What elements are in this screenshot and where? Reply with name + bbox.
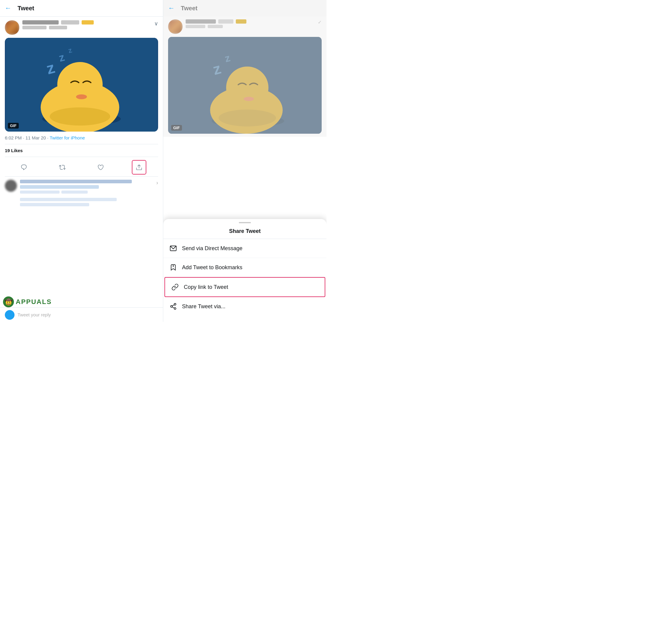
left-tweet-area: ∨ z z: [0, 17, 163, 322]
svg-point-20: [170, 305, 172, 307]
svg-point-14: [244, 97, 254, 101]
left-panel: ← Tweet: [0, 0, 163, 322]
bookmark-label: Add Tweet to Bookmarks: [182, 264, 242, 271]
comment-chevron: ›: [156, 180, 158, 186]
sheet-item-bookmark[interactable]: Add Tweet to Bookmarks: [163, 258, 326, 277]
right-user-info: [186, 19, 318, 28]
back-button-right[interactable]: ←: [168, 4, 175, 12]
timestamp: 6:02 PM · 11 Mar 20 · Twitter for iPhone: [5, 135, 158, 140]
left-header: ← Tweet: [0, 0, 163, 17]
user-row: ∨: [5, 20, 158, 35]
retweet-icon: [59, 164, 66, 170]
right-avatar: [168, 19, 183, 34]
svg-line-23: [172, 305, 174, 306]
bookmark-icon: [169, 263, 177, 271]
comment-row-1: ›: [5, 180, 158, 196]
svg-point-5: [76, 94, 87, 99]
share-via-label: Share Tweet via...: [182, 303, 225, 310]
sheet-item-copy-link[interactable]: Copy link to Tweet: [165, 277, 325, 297]
watermark-text: APPUALS: [16, 298, 52, 306]
right-user-row: ✓: [168, 19, 322, 34]
chevron-down-icon[interactable]: ∨: [154, 20, 158, 27]
envelope-icon: [169, 245, 177, 252]
sheet-title: Share Tweet: [163, 225, 326, 239]
sheet-item-direct-message[interactable]: Send via Direct Message: [163, 239, 326, 258]
svg-point-12: [226, 67, 268, 109]
avatar: [5, 20, 19, 35]
svg-point-13: [219, 110, 276, 127]
direct-message-label: Send via Direct Message: [182, 245, 242, 252]
right-panel: ← Tweet: [163, 0, 326, 322]
subtext-blur2: [49, 26, 67, 29]
right-page-title: Tweet: [181, 5, 197, 12]
svg-point-19: [174, 303, 176, 305]
duck-svg: z z z: [5, 38, 158, 132]
likes-count: 19: [5, 148, 10, 153]
gif-image: z z z GIF: [5, 38, 158, 132]
right-gif: z z GIF: [168, 37, 322, 134]
right-tweet-dimmed: ✓ z z GIF: [163, 16, 326, 137]
emoji-blur: [82, 20, 94, 24]
right-chevron: ✓: [318, 19, 322, 25]
share-button[interactable]: [132, 161, 146, 174]
share-sheet: Share Tweet Send via Direct Message Add …: [163, 219, 326, 322]
watermark: 🤠 APPUALS: [3, 296, 52, 307]
right-header: ← Tweet: [163, 0, 326, 16]
share-icon: [136, 164, 142, 170]
sheet-item-share-via[interactable]: Share Tweet via...: [163, 297, 326, 316]
reply-input[interactable]: Tweet your reply: [18, 312, 51, 317]
twitter-for-iphone-link[interactable]: Twitter for iPhone: [50, 135, 85, 140]
share-via-icon: [169, 302, 177, 310]
retweet-button[interactable]: [56, 161, 69, 174]
copy-link-label: Copy link to Tweet: [184, 284, 228, 291]
username-blur: [22, 20, 59, 24]
back-button-left[interactable]: ←: [5, 4, 11, 12]
user-info: [22, 20, 154, 29]
sheet-handle: [239, 222, 251, 223]
svg-point-21: [174, 308, 176, 309]
right-duck-svg: z z: [168, 37, 322, 134]
likes-row: 19 Likes: [5, 144, 158, 157]
comment-icon: [21, 164, 27, 170]
left-page-title: Tweet: [18, 5, 34, 12]
svg-point-4: [50, 107, 110, 125]
comment-button[interactable]: [17, 161, 30, 174]
comment-content-1: [20, 180, 151, 196]
handle-blur: [61, 20, 79, 24]
appuals-icon: 🤠: [3, 296, 14, 307]
reply-avatar: [5, 310, 15, 320]
actions-row: [5, 158, 158, 177]
link-icon: [171, 283, 179, 291]
reply-bar: Tweet your reply: [0, 307, 163, 322]
svg-point-3: [57, 62, 103, 107]
gif-label: GIF: [8, 123, 19, 129]
svg-line-22: [172, 307, 174, 308]
right-gif-label: GIF: [171, 125, 182, 131]
like-button[interactable]: [94, 161, 107, 174]
commenter-avatar-1: [5, 180, 17, 192]
subtext-blur: [22, 26, 47, 29]
like-icon: [97, 164, 104, 170]
